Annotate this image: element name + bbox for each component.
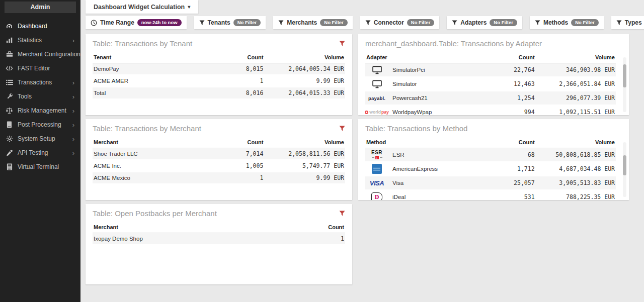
cell-count: 1 (204, 75, 264, 87)
table-row[interactable]: worldpay WorldpayWpap 994 1,092,115.51 E… (365, 105, 616, 115)
scrollbar[interactable] (623, 142, 626, 197)
sidebar-item-label: Virtual Terminal (18, 163, 59, 170)
briefcase-icon (5, 50, 14, 58)
cell-volume: 50,808,618.85 EUR (536, 148, 616, 162)
filter-types[interactable]: Types No Filter (611, 16, 644, 29)
filter-time-range[interactable]: Time Range now-24h to now (86, 16, 187, 29)
time-range-badge: now-24h to now (137, 19, 182, 27)
sidebar-item-transactions[interactable]: Transactions › (0, 75, 80, 89)
scrollbar-thumb[interactable] (623, 64, 626, 87)
adapter-table: Adapter Count Volume SimulatorPci 22,764… (365, 52, 616, 115)
chevron-right-icon: › (72, 79, 74, 86)
gauge-icon (5, 22, 14, 30)
sidebar-item-virtual-terminal[interactable]: Virtual Terminal (0, 160, 80, 174)
widget-title: Table: Transactions by Merchant (93, 124, 201, 133)
widget-title: Table: Transactions by Method (365, 124, 467, 133)
filter-label: Time Range (100, 19, 134, 26)
no-filter-badge: No Filter (320, 19, 348, 27)
sidebar-item-system-setup[interactable]: System Setup › (0, 132, 80, 146)
table-row[interactable]: Shoe Trader LLC 7,014 2,058,811.56 EUR (93, 148, 345, 160)
table-row[interactable]: AmericanExpress 1,712 4,687,034.48 EUR (365, 162, 616, 176)
funnel-icon (535, 20, 540, 26)
no-filter-badge: No Filter (490, 19, 517, 27)
sidebar-item-risk-management[interactable]: Risk Management › (0, 104, 80, 118)
chevron-right-icon: › (72, 108, 74, 114)
cell-volume: 346,903.98 EUR (536, 63, 616, 77)
table-row[interactable]: ACME Mexico 1 9.99 EUR (93, 172, 345, 184)
table-row[interactable]: ACME Inc. 1,005 5,749.77 EUR (93, 160, 345, 172)
table-row[interactable]: ESR+ ESR 68 50,808,618.85 EUR (365, 148, 616, 162)
gear-icon (5, 135, 14, 143)
list-icon (5, 78, 14, 86)
table-row[interactable]: ACME AMER 1 9.99 EUR (93, 75, 345, 87)
sidebar-item-label: Statistics (18, 37, 42, 44)
sidebar-item-post-processing[interactable]: Post Processing › (0, 118, 80, 132)
sidebar-item-tools[interactable]: Tools › (0, 89, 80, 104)
cell-count: 1,712 (475, 162, 536, 176)
no-filter-badge: No Filter (407, 19, 435, 27)
filter-connector[interactable]: Connector No Filter (360, 16, 440, 29)
table-row[interactable]: D iDeal 531 788,225.35 EUR (365, 190, 616, 200)
column-header: Count (475, 52, 536, 63)
cell-method-name: iDeal (392, 194, 406, 200)
column-header: Volume (264, 52, 345, 63)
cell-count: 25,057 (475, 176, 536, 190)
cell-method-name: ESR (392, 152, 405, 158)
postbacks-table: Merchant Count Ixopay Demo Shop 1 (93, 222, 345, 245)
scrollbar-thumb[interactable] (623, 155, 626, 175)
cell-merchant: Shoe Trader LLC (93, 148, 204, 160)
table-row[interactable]: payabl. Powercash21 1,254 296,077.39 EUR (365, 91, 616, 105)
bar-chart-icon (5, 36, 14, 44)
main-content: Dashboard Widget Calculation ▾ Time Rang… (80, 0, 644, 302)
funnel-icon (452, 20, 457, 26)
ideal-logo: D (366, 192, 387, 200)
no-filter-badge: No Filter (233, 19, 261, 27)
calculator-icon (5, 163, 14, 171)
cell-adapter-name: SimulatorPci (392, 67, 425, 73)
table-row[interactable]: Simulator 12,463 2,366,051.84 EUR (365, 77, 616, 91)
tenant-table: Tenant Count Volume DemoPay 8,015 2,064,… (93, 52, 345, 99)
widget-transactions-by-tenant: Table: Transactions by Tenant Tenant Cou… (86, 34, 352, 115)
filter-tenants[interactable]: Tenants No Filter (194, 16, 266, 29)
widget-transactions-by-merchant: Table: Transactions by Merchant Merchant… (86, 119, 352, 200)
filter-merchants[interactable]: Merchants No Filter (273, 16, 353, 29)
esr-logo: ESR+ (366, 150, 387, 160)
chevron-right-icon: › (72, 93, 74, 100)
sidebar-item-dashboard[interactable]: Dashboard (0, 19, 80, 33)
sidebar-item-statistics[interactable]: Statistics › (0, 33, 80, 47)
dropdown-label: Dashboard Widget Calculation (94, 4, 185, 11)
code-icon (5, 64, 14, 72)
scrollbar[interactable] (623, 57, 626, 112)
cell-volume: 788,225.35 EUR (536, 190, 616, 200)
widget-filter-icon[interactable] (339, 211, 345, 217)
sidebar-item-label: System Setup (18, 135, 55, 142)
table-row[interactable]: Ixopay Demo Shop 1 (93, 233, 345, 245)
amex-logo (366, 164, 387, 174)
sidebar-item-api-testing[interactable]: API Testing › (0, 146, 80, 160)
cell-volume: 3,905,513.83 EUR (536, 176, 616, 190)
cell-count: 22,764 (475, 63, 536, 77)
table-row[interactable]: SimulatorPci 22,764 346,903.98 EUR (365, 63, 616, 77)
filter-methods[interactable]: Methods No Filter (530, 16, 604, 29)
sidebar-item-fast-editor[interactable]: FAST Editor (0, 61, 80, 75)
widget-filter-icon[interactable] (339, 41, 345, 47)
cell-volume: 5,749.77 EUR (264, 160, 345, 172)
chevron-right-icon: › (72, 150, 74, 156)
widget-grid: Table: Transactions by Tenant Tenant Cou… (86, 34, 644, 284)
filter-adapters[interactable]: Adapters No Filter (447, 16, 522, 29)
app-root: Admin Dashboard Statistics › Merchant Co… (0, 0, 644, 302)
dashboard-widget-dropdown[interactable]: Dashboard Widget Calculation ▾ (86, 0, 198, 14)
visa-logo: VISA (366, 178, 387, 188)
sidebar-item-merchant-configuration[interactable]: Merchant Configuration › (0, 47, 80, 61)
chevron-right-icon: › (72, 136, 74, 142)
widget-title: Table: Open Postbacks per Merchant (93, 209, 217, 218)
cell-count: 68 (475, 148, 536, 162)
table-row[interactable]: DemoPay 8,015 2,064,005.34 EUR (93, 63, 345, 75)
table-row[interactable]: VISA Visa 25,057 3,905,513.83 EUR (365, 176, 616, 190)
sidebar-item-label: Merchant Configuration (18, 51, 80, 58)
widget-filter-icon[interactable] (339, 126, 345, 132)
brand-admin: Admin (5, 2, 76, 13)
cell-volume: 2,058,811.56 EUR (264, 148, 345, 160)
worldpay-logo: worldpay (366, 107, 387, 115)
chevron-right-icon: › (72, 37, 74, 44)
